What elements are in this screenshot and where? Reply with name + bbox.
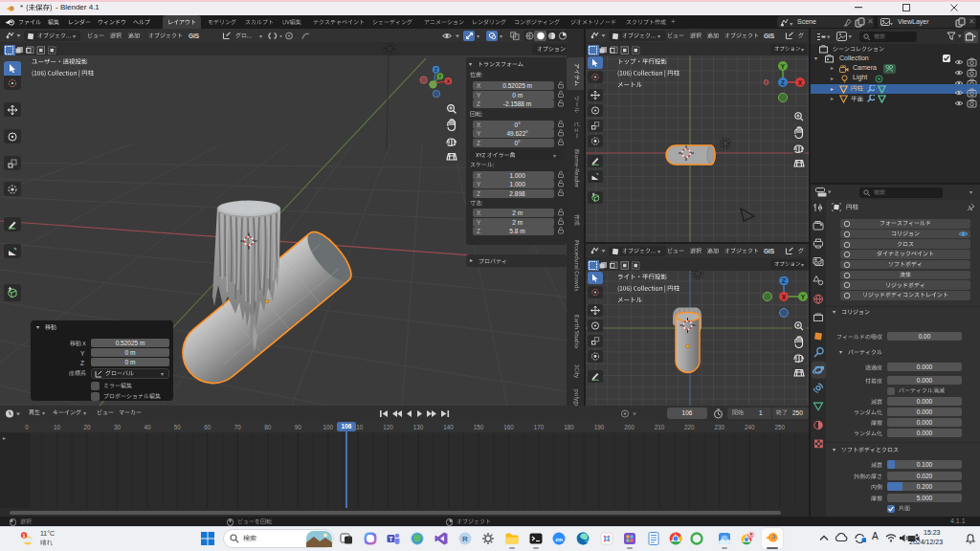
svg-text:80: 80 bbox=[264, 424, 272, 430]
svg-text:210: 210 bbox=[655, 424, 665, 430]
svg-text:70: 70 bbox=[234, 424, 242, 430]
svg-text:30: 30 bbox=[114, 424, 122, 430]
svg-text:180: 180 bbox=[564, 424, 574, 430]
svg-text:90: 90 bbox=[295, 424, 302, 430]
svg-text:130: 130 bbox=[413, 424, 424, 430]
svg-text:Z: Z bbox=[781, 79, 785, 86]
svg-text:Z: Z bbox=[782, 277, 786, 284]
svg-text:Y: Y bbox=[801, 294, 806, 300]
svg-text:R: R bbox=[462, 535, 468, 543]
svg-text:T: T bbox=[390, 536, 393, 542]
svg-text:50: 50 bbox=[174, 424, 182, 430]
svg-text:230: 230 bbox=[715, 424, 725, 430]
svg-text:150: 150 bbox=[474, 424, 484, 430]
svg-text:20: 20 bbox=[83, 424, 91, 430]
svg-text:170: 170 bbox=[534, 424, 545, 430]
svg-text:250: 250 bbox=[775, 424, 786, 430]
svg-text:200: 200 bbox=[624, 424, 635, 430]
svg-text:160: 160 bbox=[503, 424, 514, 430]
svg-text:10: 10 bbox=[54, 424, 61, 430]
svg-text:190: 190 bbox=[594, 424, 605, 430]
svg-text:240: 240 bbox=[745, 424, 755, 430]
svg-text:220: 220 bbox=[684, 424, 695, 430]
svg-text:Y: Y bbox=[781, 63, 786, 70]
svg-text:zm: zm bbox=[555, 537, 563, 542]
svg-text:100: 100 bbox=[323, 424, 333, 430]
svg-text:40: 40 bbox=[144, 424, 151, 430]
svg-text:140: 140 bbox=[443, 424, 454, 430]
svg-text:60: 60 bbox=[204, 424, 212, 430]
svg-text:0: 0 bbox=[25, 424, 29, 430]
svg-text:Z: Z bbox=[434, 67, 437, 73]
svg-text:X: X bbox=[798, 79, 803, 86]
svg-text:120: 120 bbox=[383, 424, 393, 430]
svg-text:X: X bbox=[782, 294, 787, 300]
